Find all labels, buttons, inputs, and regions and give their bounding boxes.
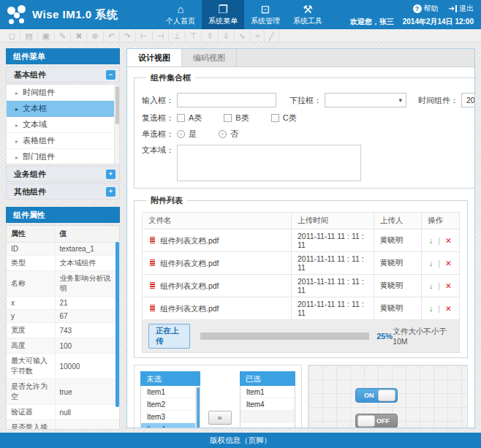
list-item-selected[interactable]: Item4 [141,423,200,428]
header-user-area: ? 帮助 ➔ 退出 欢迎您，张三 2014年2月14日 12:00 [350,0,481,29]
table-row: x21 [7,297,119,310]
toggle-switch-on[interactable]: ON [355,388,398,403]
progress-percent: 25% [376,332,393,341]
main-panel: 设计视图 编码视图 组件集合框 输入框： 下拉框： ▾ 时间组件： [126,48,475,428]
nav-item-system-tools[interactable]: ⚒ 系统工具 [287,0,329,29]
checkbox-c[interactable] [271,114,279,122]
align-bottom-icon[interactable]: ⊥ [169,30,186,42]
list-item[interactable]: Item1 [141,386,200,398]
menu-item-textbox[interactable]: ▸文本框 [7,101,119,117]
checkbox-b[interactable] [224,114,232,122]
uploading-button[interactable]: 正在上传 [148,324,190,349]
checkbox-a[interactable] [177,114,185,122]
caret-icon: ▸ [15,106,18,113]
list-scrollbar[interactable] [195,386,200,428]
new-file-icon[interactable]: ◻ [4,30,20,42]
open-folder-icon[interactable]: ▤ [20,30,37,42]
collapse-icon[interactable]: − [106,70,115,80]
nav-item-system-menu[interactable]: ❐ 系统菜单 [202,0,244,29]
expand-icon[interactable]: + [106,187,115,197]
move-right-button[interactable]: » [208,411,232,425]
file-size-hint: 文件大小不小于10M [393,327,453,346]
tab-code-view[interactable]: 编码视图 [182,49,237,67]
list-item[interactable]: Item4 [240,398,295,411]
redo-icon[interactable]: ↷ [120,30,136,42]
text-input[interactable] [177,93,276,107]
design-canvas: ON OFF [308,365,468,428]
pen-icon[interactable]: ╱ [265,30,279,42]
top-header: Wise IM1.0 系统 ⌂ 个人首页 ❐ 系统菜单 ⊡ 系统管理 ⚒ 系统工… [0,0,481,29]
accordion-basic-components[interactable]: 基本组件 − [6,67,120,83]
logout-link[interactable]: ➔ 退出 [449,4,474,14]
sidebar: 组件菜单 基本组件 − ▸时间组件 ▸文本框 ▸文本域 ▸表格组件 ▸部门组件 … [6,48,120,428]
design-view: 组件集合框 输入框： 下拉框： ▾ 时间组件： 2012-07-01 ▦ [127,67,474,428]
transfer-widget: 未选 Item1 Item2 Item3 Item4 Item5 Item6 I… [134,365,302,428]
tab-design-view[interactable]: 设计视图 [127,49,182,67]
nav-item-system-admin[interactable]: ⊡ 系统管理 [244,0,287,29]
download-icon[interactable]: ↓ [429,304,433,313]
edit-file-icon[interactable]: ✎ [55,30,71,42]
textarea-field[interactable] [177,145,361,181]
list-item[interactable]: Item1 [240,386,295,398]
menu-item-table-component[interactable]: ▸表格组件 [7,133,119,149]
radio-yes[interactable] [177,130,185,138]
help-icon: ? [413,4,422,13]
table-row: IDtextarea_1 [7,243,119,256]
align-right-icon[interactable]: ⊣ [153,30,170,42]
align-top-icon[interactable]: ⊤ [186,30,202,42]
selected-list-title: 已选 [240,371,295,386]
pdf-icon [148,281,156,290]
menu-scrollbar[interactable] [114,85,119,164]
help-link[interactable]: ? 帮助 [413,4,439,14]
input-label: 输入框： [142,95,174,106]
caret-icon: ▸ [15,90,18,96]
radio-no[interactable] [219,130,227,138]
toggle-knob[interactable] [378,390,395,401]
delete-icon[interactable]: ✕ [445,259,452,267]
undo-icon[interactable]: ↶ [104,30,120,42]
date-input[interactable]: 2012-07-01 ▦ [461,93,474,107]
menu-item-time-component[interactable]: ▸时间组件 [7,85,119,101]
download-icon[interactable]: ↓ [429,259,433,267]
caret-icon: ▸ [15,122,18,129]
accordion-other-components[interactable]: 其他组件 + [6,183,120,200]
caret-icon: ▸ [15,138,18,145]
upload-progress-row: 正在上传 25% 文件大小不小于10M [142,320,460,353]
list-item[interactable]: Item2 [141,398,200,411]
table-row: 组件列表文档.pdf 2011-11-11 11 : 11 : 11 黄晓明 ↓… [143,229,460,252]
table-row: 组件列表文档.pdf 2011-11-11 11 : 11 : 11 黄晓明 ↓… [143,275,460,297]
download-icon[interactable]: ↓ [429,236,433,245]
caret-icon: ▸ [15,154,18,161]
component-properties-title: 组件属性 [6,207,120,223]
table-row: y67 [7,310,119,323]
fieldset-legend: 组件集合框 [146,72,195,83]
progress-bar [200,333,369,340]
curve-icon[interactable]: ≈ [251,30,265,42]
table-row: 是否允许为空true [7,379,119,405]
unselected-list-title: 未选 [140,371,200,386]
delete-icon[interactable]: ✕ [445,236,452,245]
toggle-switch-off[interactable]: OFF [355,414,398,428]
nav-item-home[interactable]: ⌂ 个人首页 [159,0,202,29]
expand-icon[interactable]: + [106,170,115,179]
menu-item-department-component[interactable]: ▸部门组件 [7,149,119,164]
toggle-knob[interactable] [357,415,375,427]
dropdown-select[interactable]: ▾ [325,93,406,107]
list-item[interactable]: Item3 [141,411,200,423]
table-row: 组件列表文档.pdf 2011-11-11 11 : 11 : 11 黄晓明 ↓… [143,252,460,275]
publish-icon[interactable]: ⊕ [87,30,103,42]
menu-item-textarea[interactable]: ▸文本域 [7,117,119,133]
delete-icon[interactable]: ✕ [445,304,452,313]
import-file-icon[interactable]: ⇩ [219,30,235,42]
accordion-business-components[interactable]: 业务组件 + [6,166,120,182]
download-icon[interactable]: ↓ [429,281,433,290]
delete-icon[interactable]: ✕ [445,281,452,290]
save-icon[interactable]: ▣ [38,30,55,42]
delete-icon[interactable]: ✖ [71,30,87,42]
export-file-icon[interactable]: ⇧ [202,30,218,42]
properties-table: 属性 值 IDtextarea_1 类型文本域组件 名称业务影响分析说明 x21… [7,226,119,430]
tools-icon: ⚒ [287,4,329,16]
line-chart-icon[interactable]: ∿ [235,30,251,42]
properties-scrollbar[interactable] [115,242,119,407]
align-left-icon[interactable]: ⊢ [136,30,153,42]
